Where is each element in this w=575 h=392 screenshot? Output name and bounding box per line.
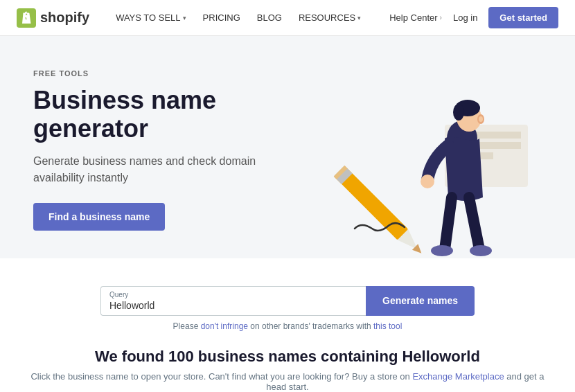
logo-link[interactable]: shopify	[17, 8, 89, 28]
svg-point-16	[421, 175, 434, 188]
get-started-button[interactable]: Get started	[488, 7, 558, 28]
login-link[interactable]: Log in	[453, 12, 477, 23]
logo-text: shopify	[40, 10, 89, 26]
results-title: We found 100 business names containing H…	[28, 348, 547, 366]
search-field-wrap: Query	[100, 286, 366, 316]
nav-pricing[interactable]: PRICING	[196, 8, 247, 27]
hero-section: FREE TOOLS Business name generator Gener…	[0, 36, 575, 258]
exchange-marketplace-link[interactable]: Exchange Marketplace	[412, 371, 504, 382]
this-tool-link[interactable]: this tool	[373, 321, 402, 331]
chevron-down-icon: ▾	[183, 15, 186, 21]
search-box: Query Generate names	[100, 286, 475, 316]
nav-ways-to-sell[interactable]: WAYS TO SELL ▾	[109, 8, 193, 27]
svg-point-18	[470, 245, 492, 256]
chevron-right-icon: ›	[440, 14, 442, 21]
dont-infringe-link[interactable]: don't infringe	[201, 321, 248, 331]
nav-right: Help Center › Log in Get started	[389, 7, 558, 28]
svg-point-17	[431, 245, 453, 256]
hero-illustration	[292, 69, 542, 256]
hero-label: FREE TOOLS	[33, 69, 292, 78]
nav-links: WAYS TO SELL ▾ PRICING BLOG RESOURCES ▾	[109, 8, 389, 27]
help-center-link[interactable]: Help Center ›	[389, 12, 442, 23]
hero-subtitle: Generate business names and check domain…	[33, 153, 292, 186]
search-section: Query Generate names Please don't infrin…	[0, 258, 575, 348]
shopify-logo-icon	[17, 8, 36, 28]
hero-title: Business name generator	[33, 86, 292, 143]
hero-svg	[292, 69, 542, 256]
navbar: shopify WAYS TO SELL ▾ PRICING BLOG RESO…	[0, 0, 575, 36]
hero-content: FREE TOOLS Business name generator Gener…	[33, 69, 292, 258]
search-label: Query	[109, 291, 357, 299]
search-input[interactable]	[109, 300, 357, 311]
chevron-down-icon: ▾	[357, 15, 361, 21]
nav-blog[interactable]: BLOG	[250, 8, 289, 27]
generate-names-button[interactable]: Generate names	[366, 286, 475, 316]
search-note: Please don't infringe on other brands' t…	[173, 321, 402, 331]
results-subtitle: Click the business name to open your sto…	[28, 371, 547, 392]
svg-point-13	[453, 104, 464, 121]
results-section: We found 100 business names containing H…	[0, 348, 575, 392]
find-business-name-button[interactable]: Find a business name	[33, 203, 165, 231]
svg-point-15	[479, 116, 483, 122]
nav-resources[interactable]: RESOURCES ▾	[292, 8, 368, 27]
